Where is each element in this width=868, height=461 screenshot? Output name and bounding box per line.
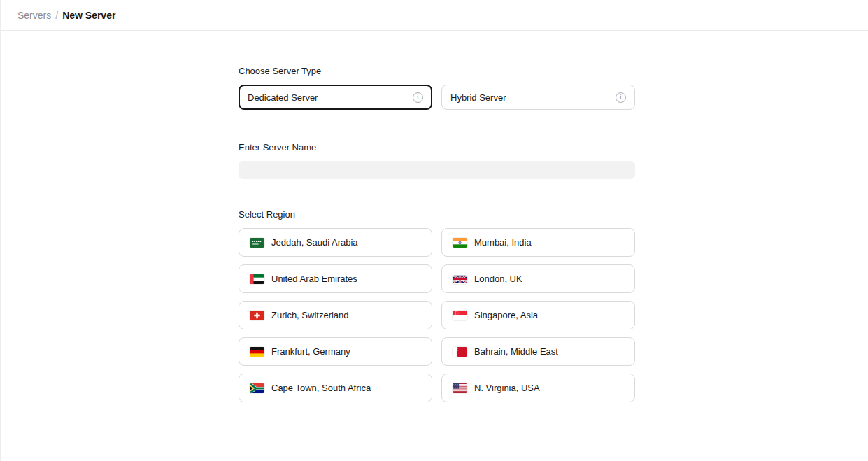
breadcrumb: Servers / New Server (17, 10, 115, 21)
server-name-label: Enter Server Name (239, 142, 635, 153)
info-icon[interactable]: i (616, 92, 626, 103)
page-title: New Server (62, 10, 115, 21)
region-label: Bahrain, Middle East (474, 346, 558, 357)
region-label: Jeddah, Saudi Arabia (271, 237, 358, 248)
new-server-form: Choose Server Type Dedicated Server i Hy… (239, 31, 635, 402)
region-singapore-asia[interactable]: Singapore, Asia (441, 301, 635, 329)
switzerland-flag-icon (250, 311, 264, 320)
header: Servers / New Server (1, 0, 868, 31)
server-type-label: Choose Server Type (239, 66, 635, 76)
south-africa-flag-icon (250, 383, 264, 393)
breadcrumb-separator: / (55, 10, 58, 21)
india-flag-icon (453, 238, 467, 248)
server-type-section: Choose Server Type Dedicated Server i Hy… (239, 66, 635, 110)
region-label: United Arab Emirates (271, 274, 357, 284)
server-type-option-hybrid[interactable]: Hybrid Server i (441, 85, 635, 110)
server-name-section: Enter Server Name (239, 142, 635, 179)
region-zurich-switzerland[interactable]: Zurich, Switzerland (239, 301, 432, 329)
region-cape-town-south-africa[interactable]: Cape Town, South Africa (239, 374, 432, 402)
uae-flag-icon (250, 274, 264, 284)
server-type-option-label: Hybrid Server (450, 92, 616, 103)
germany-flag-icon (250, 347, 264, 357)
region-n-virginia-usa[interactable]: N. Virginia, USA (441, 374, 635, 402)
server-name-input[interactable] (239, 161, 635, 179)
server-type-option-dedicated[interactable]: Dedicated Server i (239, 85, 432, 110)
region-jeddah-saudi-arabia[interactable]: Jeddah, Saudi Arabia (239, 228, 432, 257)
region-bahrain-middle-east[interactable]: Bahrain, Middle East (441, 337, 635, 366)
region-label: Mumbai, India (474, 237, 532, 248)
select-region-label: Select Region (239, 209, 635, 220)
saudi-arabia-flag-icon (250, 238, 264, 248)
server-type-option-label: Dedicated Server (248, 92, 413, 103)
region-united-arab-emirates[interactable]: United Arab Emirates (239, 264, 432, 293)
region-label: Frankfurt, Germany (271, 346, 350, 357)
region-grid: Jeddah, Saudi Arabia Mumbai, India Unite… (239, 228, 635, 402)
usa-flag-icon (453, 383, 467, 393)
info-icon[interactable]: i (413, 92, 423, 103)
bahrain-flag-icon (453, 347, 467, 357)
uk-flag-icon (453, 274, 467, 284)
region-label: Cape Town, South Africa (271, 383, 371, 393)
region-mumbai-india[interactable]: Mumbai, India (441, 228, 635, 257)
region-label: Zurich, Switzerland (271, 310, 349, 320)
region-label: London, UK (474, 274, 522, 284)
select-region-section: Select Region Jeddah, Saudi Arabia Mumba… (239, 209, 635, 402)
region-frankfurt-germany[interactable]: Frankfurt, Germany (239, 337, 432, 366)
region-london-uk[interactable]: London, UK (441, 264, 635, 293)
region-label: Singapore, Asia (474, 310, 538, 320)
region-label: N. Virginia, USA (474, 383, 540, 393)
breadcrumb-servers-link[interactable]: Servers (17, 10, 51, 21)
singapore-flag-icon (453, 311, 467, 320)
